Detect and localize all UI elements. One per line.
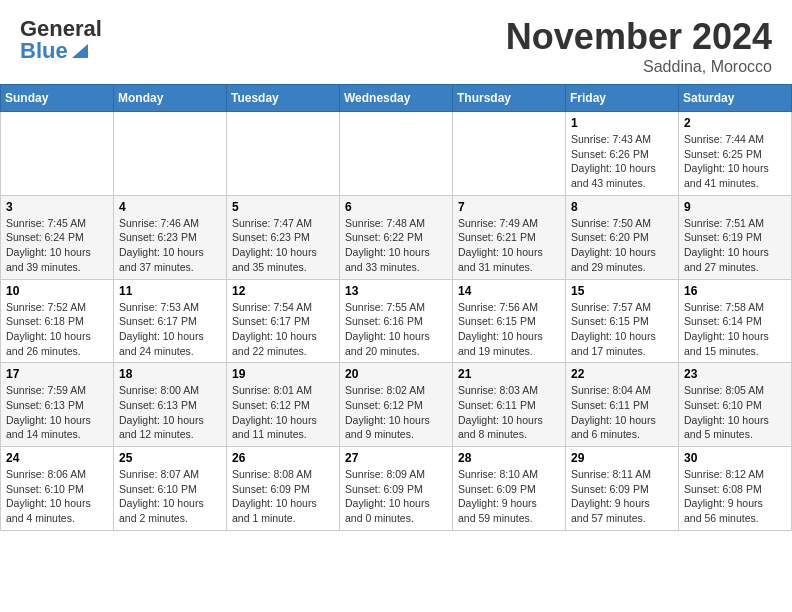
calendar-day: 22Sunrise: 8:04 AMSunset: 6:11 PMDayligh…: [566, 363, 679, 447]
calendar-day: 26Sunrise: 8:08 AMSunset: 6:09 PMDayligh…: [227, 447, 340, 531]
day-info: Sunrise: 8:11 AMSunset: 6:09 PMDaylight:…: [571, 467, 673, 526]
calendar-day: [227, 112, 340, 196]
day-number: 29: [571, 451, 673, 465]
day-info: Sunrise: 8:01 AMSunset: 6:12 PMDaylight:…: [232, 383, 334, 442]
day-info: Sunrise: 7:44 AMSunset: 6:25 PMDaylight:…: [684, 132, 786, 191]
calendar-table: Sunday Monday Tuesday Wednesday Thursday…: [0, 84, 792, 531]
day-number: 24: [6, 451, 108, 465]
day-info: Sunrise: 8:06 AMSunset: 6:10 PMDaylight:…: [6, 467, 108, 526]
calendar-week-2: 3Sunrise: 7:45 AMSunset: 6:24 PMDaylight…: [1, 195, 792, 279]
day-number: 21: [458, 367, 560, 381]
day-number: 9: [684, 200, 786, 214]
day-info: Sunrise: 7:53 AMSunset: 6:17 PMDaylight:…: [119, 300, 221, 359]
calendar-week-4: 17Sunrise: 7:59 AMSunset: 6:13 PMDayligh…: [1, 363, 792, 447]
calendar-day: 28Sunrise: 8:10 AMSunset: 6:09 PMDayligh…: [453, 447, 566, 531]
logo-blue: Blue: [20, 38, 68, 64]
calendar-day: 16Sunrise: 7:58 AMSunset: 6:14 PMDayligh…: [679, 279, 792, 363]
calendar-day: 17Sunrise: 7:59 AMSunset: 6:13 PMDayligh…: [1, 363, 114, 447]
day-number: 20: [345, 367, 447, 381]
calendar-day: 20Sunrise: 8:02 AMSunset: 6:12 PMDayligh…: [340, 363, 453, 447]
day-number: 14: [458, 284, 560, 298]
day-info: Sunrise: 8:00 AMSunset: 6:13 PMDaylight:…: [119, 383, 221, 442]
svg-marker-0: [72, 44, 88, 58]
day-info: Sunrise: 7:46 AMSunset: 6:23 PMDaylight:…: [119, 216, 221, 275]
day-number: 10: [6, 284, 108, 298]
day-number: 12: [232, 284, 334, 298]
day-number: 11: [119, 284, 221, 298]
header-row: Sunday Monday Tuesday Wednesday Thursday…: [1, 85, 792, 112]
page-wrapper: General Blue November 2024 Saddina, Moro…: [0, 0, 792, 531]
calendar-day: 1Sunrise: 7:43 AMSunset: 6:26 PMDaylight…: [566, 112, 679, 196]
calendar-day: 18Sunrise: 8:00 AMSunset: 6:13 PMDayligh…: [114, 363, 227, 447]
calendar-day: 6Sunrise: 7:48 AMSunset: 6:22 PMDaylight…: [340, 195, 453, 279]
day-info: Sunrise: 8:03 AMSunset: 6:11 PMDaylight:…: [458, 383, 560, 442]
day-number: 7: [458, 200, 560, 214]
col-wednesday: Wednesday: [340, 85, 453, 112]
calendar-day: 23Sunrise: 8:05 AMSunset: 6:10 PMDayligh…: [679, 363, 792, 447]
day-info: Sunrise: 7:59 AMSunset: 6:13 PMDaylight:…: [6, 383, 108, 442]
day-info: Sunrise: 8:07 AMSunset: 6:10 PMDaylight:…: [119, 467, 221, 526]
day-number: 5: [232, 200, 334, 214]
logo-icon: [70, 40, 90, 60]
day-info: Sunrise: 7:52 AMSunset: 6:18 PMDaylight:…: [6, 300, 108, 359]
calendar-day: [1, 112, 114, 196]
calendar-day: 7Sunrise: 7:49 AMSunset: 6:21 PMDaylight…: [453, 195, 566, 279]
day-number: 22: [571, 367, 673, 381]
day-info: Sunrise: 7:47 AMSunset: 6:23 PMDaylight:…: [232, 216, 334, 275]
day-info: Sunrise: 8:08 AMSunset: 6:09 PMDaylight:…: [232, 467, 334, 526]
day-info: Sunrise: 7:54 AMSunset: 6:17 PMDaylight:…: [232, 300, 334, 359]
calendar-day: 3Sunrise: 7:45 AMSunset: 6:24 PMDaylight…: [1, 195, 114, 279]
calendar-day: 13Sunrise: 7:55 AMSunset: 6:16 PMDayligh…: [340, 279, 453, 363]
day-info: Sunrise: 8:05 AMSunset: 6:10 PMDaylight:…: [684, 383, 786, 442]
day-number: 26: [232, 451, 334, 465]
day-info: Sunrise: 7:58 AMSunset: 6:14 PMDaylight:…: [684, 300, 786, 359]
calendar-day: 11Sunrise: 7:53 AMSunset: 6:17 PMDayligh…: [114, 279, 227, 363]
calendar-day: 9Sunrise: 7:51 AMSunset: 6:19 PMDaylight…: [679, 195, 792, 279]
calendar-day: 15Sunrise: 7:57 AMSunset: 6:15 PMDayligh…: [566, 279, 679, 363]
day-number: 23: [684, 367, 786, 381]
calendar-day: 14Sunrise: 7:56 AMSunset: 6:15 PMDayligh…: [453, 279, 566, 363]
day-number: 18: [119, 367, 221, 381]
calendar-day: 24Sunrise: 8:06 AMSunset: 6:10 PMDayligh…: [1, 447, 114, 531]
day-number: 1: [571, 116, 673, 130]
col-thursday: Thursday: [453, 85, 566, 112]
day-number: 25: [119, 451, 221, 465]
logo: General Blue: [20, 16, 104, 68]
calendar-day: 29Sunrise: 8:11 AMSunset: 6:09 PMDayligh…: [566, 447, 679, 531]
day-number: 8: [571, 200, 673, 214]
calendar-day: [114, 112, 227, 196]
calendar-day: 19Sunrise: 8:01 AMSunset: 6:12 PMDayligh…: [227, 363, 340, 447]
day-info: Sunrise: 8:10 AMSunset: 6:09 PMDaylight:…: [458, 467, 560, 526]
calendar-day: [340, 112, 453, 196]
day-number: 13: [345, 284, 447, 298]
day-number: 27: [345, 451, 447, 465]
day-info: Sunrise: 7:49 AMSunset: 6:21 PMDaylight:…: [458, 216, 560, 275]
day-info: Sunrise: 7:50 AMSunset: 6:20 PMDaylight:…: [571, 216, 673, 275]
day-number: 2: [684, 116, 786, 130]
day-number: 3: [6, 200, 108, 214]
title-block: November 2024 Saddina, Morocco: [506, 16, 772, 76]
day-info: Sunrise: 7:43 AMSunset: 6:26 PMDaylight:…: [571, 132, 673, 191]
day-info: Sunrise: 8:04 AMSunset: 6:11 PMDaylight:…: [571, 383, 673, 442]
calendar-week-3: 10Sunrise: 7:52 AMSunset: 6:18 PMDayligh…: [1, 279, 792, 363]
calendar-week-1: 1Sunrise: 7:43 AMSunset: 6:26 PMDaylight…: [1, 112, 792, 196]
day-info: Sunrise: 8:09 AMSunset: 6:09 PMDaylight:…: [345, 467, 447, 526]
day-number: 16: [684, 284, 786, 298]
calendar-day: 12Sunrise: 7:54 AMSunset: 6:17 PMDayligh…: [227, 279, 340, 363]
calendar-day: 21Sunrise: 8:03 AMSunset: 6:11 PMDayligh…: [453, 363, 566, 447]
day-info: Sunrise: 7:55 AMSunset: 6:16 PMDaylight:…: [345, 300, 447, 359]
day-number: 19: [232, 367, 334, 381]
day-number: 6: [345, 200, 447, 214]
col-friday: Friday: [566, 85, 679, 112]
day-info: Sunrise: 7:51 AMSunset: 6:19 PMDaylight:…: [684, 216, 786, 275]
day-number: 28: [458, 451, 560, 465]
calendar-day: [453, 112, 566, 196]
day-number: 4: [119, 200, 221, 214]
day-number: 15: [571, 284, 673, 298]
day-number: 17: [6, 367, 108, 381]
day-number: 30: [684, 451, 786, 465]
col-saturday: Saturday: [679, 85, 792, 112]
calendar-day: 25Sunrise: 8:07 AMSunset: 6:10 PMDayligh…: [114, 447, 227, 531]
day-info: Sunrise: 7:56 AMSunset: 6:15 PMDaylight:…: [458, 300, 560, 359]
calendar-day: 10Sunrise: 7:52 AMSunset: 6:18 PMDayligh…: [1, 279, 114, 363]
